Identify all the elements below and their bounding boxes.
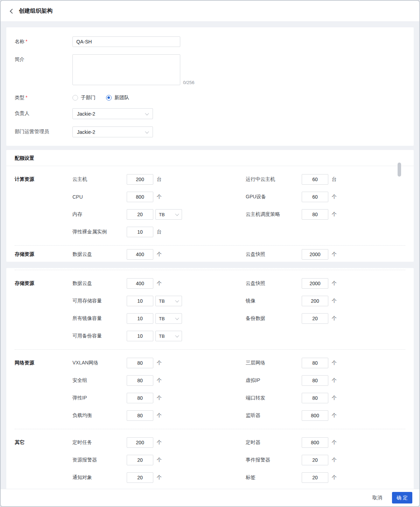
quota-field-label: 数据云盘	[72, 280, 127, 287]
quota-input[interactable]	[127, 296, 153, 306]
quota-cell-left: 负载均衡个	[72, 410, 246, 421]
quota-unit: 台	[332, 176, 337, 183]
quota-unit: 个	[332, 395, 337, 401]
quota-field-label: 三层网络	[246, 360, 302, 366]
quota-field-label: 端口转发	[246, 395, 302, 401]
quota-input[interactable]	[127, 410, 153, 421]
quota-input[interactable]	[302, 375, 328, 386]
quota-field-label: 弹性裸金属实例	[72, 229, 127, 235]
quota-input[interactable]	[127, 278, 153, 289]
quota-input[interactable]	[127, 209, 153, 220]
confirm-button[interactable]: 确定	[392, 492, 412, 503]
quota-input[interactable]	[302, 249, 328, 260]
unit-select-value: TB	[159, 334, 165, 339]
quota-unit: 个	[157, 194, 162, 200]
name-row: 名称*	[15, 36, 405, 47]
quota-unit: 个	[332, 412, 337, 419]
quota-cell-right: 云盘快照个	[246, 278, 337, 289]
quota-input[interactable]	[127, 331, 153, 341]
quota-panel-top: 配额设置 计算资源云主机台运行中云主机台CPU个GPU设备个内存TB云主机调度策…	[6, 150, 414, 262]
quota-field-label: 镜像	[246, 298, 302, 304]
quota-cell-left: 云主机台	[72, 174, 246, 185]
quota-field-label: 监听器	[246, 412, 302, 419]
admin-select[interactable]: Jackie-2	[72, 126, 153, 137]
quota-unit: 个	[157, 360, 162, 366]
quota-section: 存储资源数据云盘个云盘快照个可用存储容量TB镜像个所有镜像容量TB备份数据个可用…	[15, 270, 405, 349]
quota-unit: 个	[332, 439, 337, 446]
quota-section: 其它定时任务个定时器个资源报警器个事件报警器个通知对象个标签个	[15, 429, 405, 489]
quota-input[interactable]	[127, 192, 153, 202]
quota-rows: 数据云盘个云盘快照个	[72, 246, 405, 262]
quota-input[interactable]	[302, 437, 328, 448]
quota-field-label: 数据云盘	[72, 251, 127, 258]
chevron-down-icon	[175, 299, 179, 302]
quota-input[interactable]	[127, 437, 153, 448]
quota-input[interactable]	[302, 410, 328, 421]
admin-label: 部门运营管理员	[15, 126, 72, 137]
name-input[interactable]	[72, 36, 180, 47]
quota-cell-left: 定时任务个	[72, 437, 246, 448]
quota-input[interactable]	[127, 455, 153, 465]
scrollbar-thumb[interactable]	[398, 163, 401, 177]
quota-input[interactable]	[302, 358, 328, 368]
unit-select[interactable]: TB	[155, 296, 182, 306]
quota-unit: 个	[157, 251, 162, 258]
create-org-page: 创建组织架构 名称* 简介 0/256 类型* 子部门	[0, 0, 420, 507]
quota-input[interactable]	[302, 209, 328, 220]
quota-section-title: 计算资源	[15, 171, 72, 241]
quota-input[interactable]	[302, 313, 328, 324]
intro-textarea[interactable]	[72, 54, 180, 85]
unit-select[interactable]: TB	[155, 209, 182, 220]
owner-select[interactable]: Jackie-2	[72, 108, 153, 119]
unit-select[interactable]: TB	[155, 313, 182, 324]
quota-input[interactable]	[302, 278, 328, 289]
quota-unit: 个	[332, 360, 337, 366]
quota-input[interactable]	[302, 296, 328, 306]
quota-unit: 个	[157, 474, 162, 481]
unit-select[interactable]: TB	[155, 331, 182, 341]
quota-input[interactable]	[127, 174, 153, 185]
quota-field-label: 安全组	[72, 377, 127, 384]
quota-field-label: 负载均衡	[72, 412, 127, 419]
quota-input[interactable]	[127, 393, 153, 403]
quota-field-label: 云主机	[72, 176, 127, 183]
char-counter: 0/256	[183, 80, 195, 85]
quota-field-label: VXLAN网络	[72, 360, 127, 366]
quota-input[interactable]	[127, 358, 153, 368]
radio-new-team[interactable]: 新团队	[106, 95, 129, 101]
quota-cell-left: 安全组个	[72, 375, 246, 386]
back-icon[interactable]	[10, 8, 15, 13]
quota-cell-left: 可用备份容量TB	[72, 331, 246, 341]
quota-rows: 数据云盘个云盘快照个可用存储容量TB镜像个所有镜像容量TB备份数据个可用备份容量…	[72, 275, 405, 345]
quota-input[interactable]	[127, 313, 153, 324]
quota-cell-right: 镜像个	[246, 296, 337, 306]
required-star: *	[26, 95, 27, 100]
name-label: 名称*	[15, 36, 72, 47]
intro-wrap: 0/256	[72, 54, 195, 85]
quota-input[interactable]	[127, 249, 153, 260]
quota-field-label: 虚拟IP	[246, 377, 302, 384]
quota-input[interactable]	[302, 192, 328, 202]
quota-input[interactable]	[302, 472, 328, 483]
cancel-button[interactable]: 取消	[372, 495, 382, 501]
owner-row: 负责人 Jackie-2	[15, 108, 405, 119]
type-row: 类型* 子部门 新团队	[15, 93, 405, 101]
owner-label: 负责人	[15, 108, 72, 119]
quota-cell-left: 数据云盘个	[72, 249, 246, 260]
quota-field-label: 定时器	[246, 439, 302, 446]
quota-unit: 台	[157, 229, 162, 235]
quota-input[interactable]	[302, 455, 328, 465]
quota-cell-right: 监听器个	[246, 410, 337, 421]
quota-unit: 个	[157, 280, 162, 287]
quota-cell-left: 资源报警器个	[72, 455, 246, 465]
quota-input[interactable]	[127, 227, 153, 237]
quota-input[interactable]	[302, 174, 328, 185]
quota-field-label: 运行中云主机	[246, 176, 302, 183]
radio-sub-department[interactable]: 子部门	[72, 95, 96, 101]
quota-input[interactable]	[127, 472, 153, 483]
owner-select-value: Jackie-2	[77, 111, 95, 117]
quota-section-title: 存储资源	[15, 246, 72, 262]
quota-input[interactable]	[127, 375, 153, 386]
quota-row: VXLAN网络个三层网络个	[72, 354, 405, 372]
quota-input[interactable]	[302, 393, 328, 403]
